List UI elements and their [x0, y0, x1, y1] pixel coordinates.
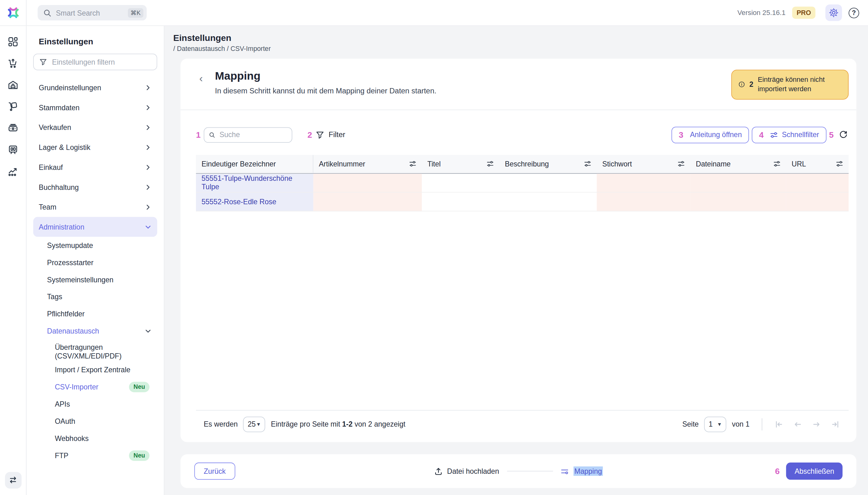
sidebar-item-grundeinstellungen[interactable]: Grundeinstellungen	[33, 78, 157, 98]
sidebar-item-stammdaten[interactable]: Stammdaten	[33, 98, 157, 117]
sidebar-item-administration[interactable]: Administration	[33, 217, 157, 237]
table-search-input[interactable]	[219, 131, 287, 139]
column-settings-icon[interactable]	[836, 160, 843, 167]
column-settings-icon[interactable]	[486, 160, 494, 167]
table-row[interactable]: 55552-Rose-Edle Rose	[196, 192, 849, 211]
sidebar-item-tags[interactable]: Tags	[33, 288, 157, 305]
sidebar-item-oauth[interactable]: OAuth	[33, 413, 157, 430]
page-number-select[interactable]: 1 ▼	[704, 416, 727, 432]
sidebar-item-verkaufen[interactable]: Verkaufen	[33, 117, 157, 137]
cell-titel[interactable]	[422, 174, 499, 192]
back-chevron-button[interactable]: ‹	[196, 71, 206, 86]
sidebar-item-prozessstarter[interactable]: Prozessstarter	[33, 254, 157, 271]
breadcrumb: / Datenaustausch / CSV-Importer	[173, 45, 856, 53]
chevron-down-icon	[144, 223, 152, 231]
cell-stichwort-invalid[interactable]	[597, 192, 690, 211]
column-settings-icon[interactable]	[773, 160, 781, 167]
column-header-beschreibung[interactable]: Beschreibung	[499, 155, 597, 173]
sidebar-item-apis[interactable]: APIs	[33, 396, 157, 413]
dashboard-icon[interactable]	[6, 35, 20, 49]
page-size-select[interactable]: 25 ▼	[244, 416, 266, 432]
column-header-stichwort[interactable]: Stichwort	[597, 155, 690, 173]
chevron-right-icon	[144, 124, 152, 131]
column-header-url[interactable]: URL	[786, 155, 849, 173]
open-guide-button[interactable]: 3 Anleitung öffnen	[671, 126, 749, 143]
upload-icon	[434, 466, 443, 475]
sidebar-item-systemupdate[interactable]: Systemupdate	[33, 237, 157, 254]
collapse-swap-button[interactable]	[5, 472, 21, 489]
neu-badge: Neu	[129, 450, 149, 461]
table-row[interactable]: 55551-Tulpe-Wunderschöne Tulpe	[196, 174, 849, 192]
mapping-table: Eindeutiger Bezeichner Artikelnummer Tit…	[196, 155, 849, 211]
cell-beschreibung[interactable]	[499, 174, 597, 192]
prev-page-button[interactable]	[792, 419, 803, 429]
step-mapping[interactable]: Mapping	[561, 466, 603, 476]
sidebar-item-webhooks[interactable]: Webhooks	[33, 430, 157, 447]
next-page-button[interactable]	[811, 419, 822, 429]
cell-dateiname-invalid[interactable]	[690, 192, 786, 211]
sidebar-item-buchhaltung[interactable]: Buchhaltung	[33, 177, 157, 197]
finish-button[interactable]: Abschließen	[786, 462, 843, 480]
board-icon[interactable]	[6, 143, 20, 156]
chevron-right-icon	[144, 84, 152, 91]
sidebar-item-uebertragungen[interactable]: Übertragungen (CSV/XML/EDI/PDF)	[33, 342, 157, 361]
table-search-field[interactable]	[204, 127, 293, 143]
divider	[762, 418, 762, 430]
topbar-main: Smart Search ⌘K Version 25.16.1 PRO ?	[27, 0, 868, 25]
sidebar-item-team[interactable]: Team	[33, 197, 157, 217]
cell-artikelnummer-invalid[interactable]	[313, 192, 422, 211]
sidebar-filter-input[interactable]	[52, 58, 151, 66]
cell-eindeutiger-bezeichner[interactable]: 55551-Tulpe-Wunderschöne Tulpe	[196, 174, 313, 192]
funnel-icon	[315, 131, 324, 139]
sidebar-item-ftp[interactable]: FTP Neu	[33, 447, 157, 464]
cell-artikelnummer-invalid[interactable]	[313, 174, 422, 192]
cell-eindeutiger-bezeichner[interactable]: 55552-Rose-Edle Rose	[196, 192, 313, 211]
cell-beschreibung[interactable]	[499, 192, 597, 211]
sidebar-item-pflichtfelder[interactable]: Pflichtfelder	[33, 305, 157, 323]
column-settings-icon[interactable]	[678, 160, 685, 167]
app-logo[interactable]	[0, 0, 27, 25]
annotation-6: 6	[775, 466, 780, 476]
app-root: Smart Search ⌘K Version 25.16.1 PRO ?	[0, 0, 868, 495]
sidebar-item-datenaustausch[interactable]: Datenaustausch	[33, 323, 157, 340]
sidebar-item-lager-logistik[interactable]: Lager & Logistik	[33, 137, 157, 157]
icon-rail	[0, 26, 27, 495]
column-settings-icon[interactable]	[584, 160, 591, 167]
column-header-eindeutiger-bezeichner[interactable]: Eindeutiger Bezeichner	[196, 155, 313, 173]
settings-button[interactable]	[825, 4, 842, 21]
cell-titel[interactable]	[422, 192, 499, 211]
banknote-icon[interactable]	[6, 121, 20, 135]
sidebar-item-import-export-zentrale[interactable]: Import / Export Zentrale	[33, 361, 157, 378]
sidebar-item-csv-importer[interactable]: CSV-Importer Neu	[33, 378, 157, 396]
cell-dateiname-invalid[interactable]	[690, 174, 786, 192]
last-page-button[interactable]	[830, 419, 841, 429]
warehouse-icon[interactable]	[6, 78, 20, 92]
sidebar-title: Einstellungen	[39, 36, 157, 46]
smart-search-input[interactable]: Smart Search ⌘K	[37, 5, 147, 21]
column-settings-icon[interactable]	[409, 160, 416, 167]
hand-truck-icon[interactable]	[6, 100, 20, 113]
refresh-button[interactable]	[838, 130, 849, 140]
cell-stichwort-invalid[interactable]	[597, 174, 690, 192]
cell-url-invalid[interactable]	[786, 174, 849, 192]
column-header-titel[interactable]: Titel	[422, 155, 499, 173]
quickfilter-button[interactable]: 4 Schnellfilter	[752, 126, 826, 143]
sidebar-item-systemeinstellungen[interactable]: Systemeinstellungen	[33, 271, 157, 288]
back-button[interactable]: Zurück	[194, 462, 235, 480]
sales-cart-icon[interactable]	[6, 56, 20, 70]
sidebar-filter-field[interactable]	[33, 54, 157, 70]
filter-label: Filter	[329, 131, 345, 139]
cell-url-invalid[interactable]	[786, 192, 849, 211]
column-header-dateiname[interactable]: Dateiname	[690, 155, 786, 173]
column-header-artikelnummer[interactable]: Artikelnummer	[313, 155, 422, 173]
help-icon[interactable]: ?	[849, 7, 859, 18]
first-page-button[interactable]	[773, 419, 784, 429]
pro-badge: PRO	[792, 6, 815, 19]
stats-chart-icon[interactable]	[6, 164, 20, 178]
mapping-card: ‹ Mapping In diesem Schritt kannst du mi…	[181, 59, 856, 442]
wizard-stepper: Datei hochladen Mapping	[181, 466, 856, 476]
step-datei-hochladen[interactable]: Datei hochladen	[434, 466, 499, 475]
filter-button[interactable]: Filter	[315, 131, 345, 139]
first-page-icon	[774, 420, 783, 428]
sidebar-item-einkauf[interactable]: Einkauf	[33, 157, 157, 177]
